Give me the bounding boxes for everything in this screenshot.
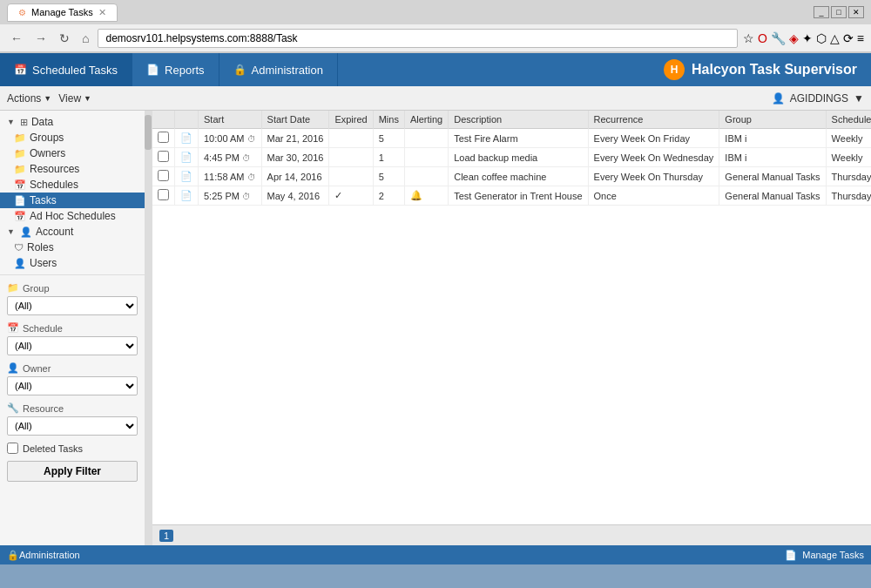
extension-icon3[interactable]: ✦ (802, 31, 813, 45)
row-checkbox[interactable] (158, 151, 169, 162)
sidebar-scrollbar-thumb[interactable] (145, 115, 152, 150)
row-start: 5:25 PM ⏱ (199, 186, 262, 206)
row-icon-cell: 📄 (175, 167, 199, 186)
sidebar-item-schedules[interactable]: 📅 Schedules (0, 177, 145, 193)
row-start-date: Apr 14, 2016 (261, 167, 329, 186)
col-schedule[interactable]: Schedule (826, 111, 871, 129)
apply-filter-button[interactable]: Apply Filter (7, 461, 138, 482)
extension-icon2[interactable]: ◈ (789, 31, 799, 45)
tab-administration-label: Administration (252, 64, 323, 77)
status-left-label: Administration (19, 550, 80, 560)
sidebar-item-roles[interactable]: 🛡 Roles (0, 240, 145, 255)
sidebar-item-groups[interactable]: 📁 Groups (0, 130, 145, 145)
row-checkbox[interactable] (158, 189, 169, 200)
deleted-tasks-label: Deleted Tasks (23, 443, 83, 454)
filter-resource-select[interactable]: (All) (7, 416, 138, 436)
filter-group-group: 📁 Group (All) (7, 282, 138, 315)
tab-scheduled-tasks[interactable]: 📅 Scheduled Tasks (0, 53, 132, 86)
main-toolbar: Actions ▼ View ▼ 👤 AGIDDINGS ▼ (0, 86, 871, 111)
close-button[interactable]: ✕ (848, 6, 864, 18)
sidebar-filters: 📁 Group (All) 📅 Schedule (0, 274, 145, 489)
main-layout: ▼ ⊞ Data 📁 Groups 📁 Owners (0, 111, 871, 545)
sidebar-item-adhoc[interactable]: 📅 Ad Hoc Schedules (0, 208, 145, 224)
col-start[interactable]: Start (199, 111, 262, 129)
opera-icon[interactable]: O (758, 31, 767, 45)
col-recurrence[interactable]: Recurrence (588, 111, 719, 129)
user-icon: 👤 (772, 92, 785, 105)
sidebar-scrollbar[interactable] (145, 111, 152, 545)
data-grid-icon: ⊞ (20, 117, 28, 128)
actions-button[interactable]: Actions ▼ (7, 92, 51, 105)
filter-group-select[interactable]: (All) (7, 296, 138, 315)
col-icon (175, 111, 199, 129)
bookmark-icon[interactable]: ☆ (743, 31, 754, 45)
view-button[interactable]: View ▼ (58, 92, 91, 105)
extension-icon1[interactable]: 🔧 (771, 31, 786, 45)
row-checkbox[interactable] (158, 170, 169, 181)
filter-owner-group: 👤 Owner (All) (7, 362, 138, 395)
extension-icon4[interactable]: ⬡ (816, 31, 827, 45)
minimize-button[interactable]: _ (814, 6, 829, 18)
task-table-body: 📄 10:00 AM ⏱ Mar 21, 2016 5 Test Fire Al… (152, 129, 871, 206)
row-checkbox[interactable] (158, 132, 169, 143)
maximize-button[interactable]: □ (831, 6, 847, 18)
deleted-tasks-checkbox[interactable] (7, 443, 18, 454)
extension-icon5[interactable]: △ (830, 31, 840, 45)
tab-administration[interactable]: 🔒 Administration (219, 53, 338, 86)
groups-folder-icon: 📁 (14, 132, 26, 144)
row-schedule: Thursdays (826, 167, 871, 186)
sidebar-item-data[interactable]: ▼ ⊞ Data (0, 114, 145, 130)
task-icon: 📄 (180, 171, 192, 181)
status-bar: 🔒 Administration 📄 Manage Tasks (0, 545, 871, 564)
forward-button[interactable]: → (31, 30, 51, 47)
col-expired[interactable]: Expired (329, 111, 373, 129)
tab-reports[interactable]: 📄 Reports (132, 53, 219, 86)
view-arrow-icon: ▼ (84, 94, 91, 103)
col-group[interactable]: Group (719, 111, 826, 129)
refresh-button[interactable]: ↻ (56, 30, 73, 47)
col-mins[interactable]: Mins (373, 111, 404, 129)
browser-tab[interactable]: ⚙ Manage Tasks ✕ (7, 3, 118, 22)
reflection (0, 564, 871, 588)
sidebar-item-owners-label: Owners (30, 147, 65, 159)
app-container: 📅 Scheduled Tasks 📄 Reports 🔒 Administra… (0, 53, 871, 564)
filter-owner-select[interactable]: (All) (7, 376, 138, 395)
sidebar-item-tasks-label: Tasks (30, 194, 57, 206)
row-description: Test Fire Alarm (449, 129, 588, 148)
row-start-date: May 4, 2016 (261, 186, 329, 206)
task-icon: 📄 (180, 152, 192, 162)
home-button[interactable]: ⌂ (78, 30, 92, 47)
page-number[interactable]: 1 (159, 530, 173, 542)
sidebar-item-tasks[interactable]: 📄 Tasks (0, 193, 145, 208)
extension-icon6[interactable]: ⟳ (843, 31, 854, 45)
table-row[interactable]: 📄 11:58 AM ⏱ Apr 14, 2016 5 Clean coffee… (152, 167, 871, 186)
address-bar[interactable] (98, 29, 737, 48)
sidebar-item-account[interactable]: ▼ 👤 Account (0, 224, 145, 240)
sidebar-item-users[interactable]: 👤 Users (0, 255, 145, 271)
tab-close-button[interactable]: ✕ (98, 7, 106, 18)
status-right-label: Manage Tasks (802, 550, 864, 560)
sidebar-item-account-label: Account (36, 226, 73, 238)
username-label: AGIDDINGS (790, 92, 848, 105)
filter-deleted-tasks[interactable]: Deleted Tasks (7, 443, 138, 454)
adhoc-calendar-icon: 📅 (14, 211, 26, 222)
row-mins: 5 (373, 129, 404, 148)
menu-icon[interactable]: ≡ (857, 31, 864, 45)
sidebar-item-owners[interactable]: 📁 Owners (0, 145, 145, 161)
sidebar-item-resources[interactable]: 📁 Resources (0, 161, 145, 177)
col-description[interactable]: Description (449, 111, 588, 129)
table-row[interactable]: 📄 5:25 PM ⏱ May 4, 2016 ✓ 2 🔔 Test Gener… (152, 186, 871, 206)
row-alerting: 🔔 (404, 186, 448, 206)
table-row[interactable]: 📄 10:00 AM ⏱ Mar 21, 2016 5 Test Fire Al… (152, 129, 871, 148)
filter-owner-icon: 👤 (7, 362, 19, 374)
status-lock-icon: 🔒 (7, 550, 19, 561)
sidebar-content: ▼ ⊞ Data 📁 Groups 📁 Owners (0, 111, 145, 545)
back-button[interactable]: ← (7, 30, 26, 47)
row-schedule: Thursdays (826, 186, 871, 206)
col-alerting[interactable]: Alerting (404, 111, 448, 129)
filter-schedule-select[interactable]: (All) (7, 336, 138, 355)
col-start-date[interactable]: Start Date (261, 111, 329, 129)
row-expired (329, 167, 373, 186)
row-alerting (404, 148, 448, 167)
table-row[interactable]: 📄 4:45 PM ⏱ Mar 30, 2016 1 Load backup m… (152, 148, 871, 167)
